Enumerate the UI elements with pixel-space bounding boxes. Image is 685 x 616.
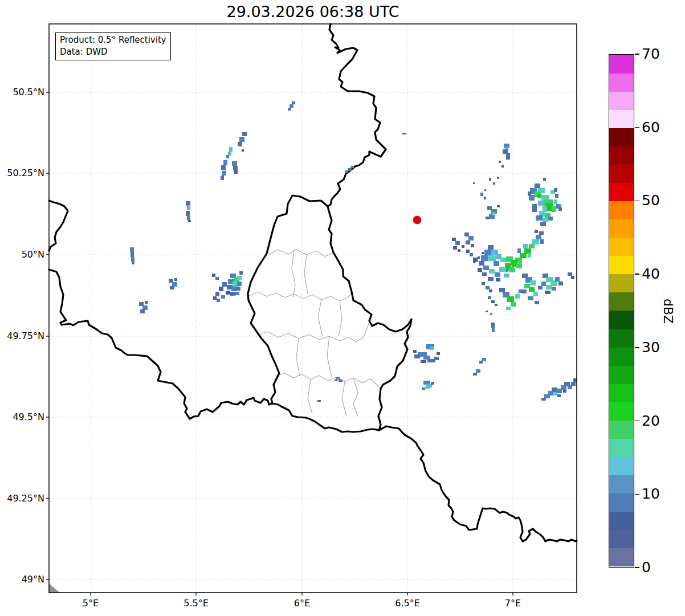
radar-echo-cell [226, 155, 229, 158]
radar-echo-cell [221, 295, 225, 299]
radar-echo-cell [348, 168, 352, 171]
radar-echo-cell [339, 380, 343, 382]
radar-echo-cell [506, 307, 511, 310]
radar-echo-cell [464, 232, 469, 236]
radar-echo-cell [530, 280, 536, 285]
radar-echo-cell [230, 292, 235, 296]
radar-echo-cell [458, 249, 460, 252]
district-border-path [258, 315, 372, 342]
colorbar-unit-label: dBZ [659, 288, 676, 334]
district-border-path [304, 255, 308, 294]
x-tick-label: 6.5°E [382, 597, 433, 610]
radar-echo-cell [554, 188, 557, 192]
y-tick-label: 49.5°N [0, 411, 44, 423]
radar-echo-cell [543, 178, 546, 181]
colorbar-band [609, 256, 634, 275]
colorbar-band [609, 512, 634, 531]
colorbar-band [609, 493, 634, 512]
radar-echo-cell [217, 299, 220, 302]
radar-echo-cell [528, 191, 531, 196]
radar-echo-cell [536, 235, 541, 239]
colorbar-band [609, 274, 634, 293]
district-border-path [327, 336, 332, 377]
data-source-line: Data: DWD [60, 46, 166, 58]
radar-echo-cell [222, 171, 226, 176]
district-border-path [339, 301, 342, 336]
colorbar-band [609, 384, 634, 402]
radar-echo-cell [540, 239, 544, 244]
radar-echo-cell [500, 258, 506, 262]
radar-echo-cell [482, 252, 484, 254]
colorbar-tick-label: 50 [642, 192, 660, 209]
plot-frame [49, 24, 577, 593]
radar-echo-cell [232, 161, 237, 166]
radar-map-figure: 29.03.2026 06:38 UTC 50.5°N50.25°N50°N49… [0, 0, 685, 616]
radar-echo-cell [221, 176, 224, 180]
radar-echo-cell [242, 132, 247, 136]
colorbar-tick-mark [635, 127, 639, 128]
radar-echo-cell [235, 292, 239, 295]
radar-echo-cell [290, 104, 293, 108]
district-border-path [353, 378, 358, 416]
radar-echo-cell [486, 311, 488, 312]
radar-echo-cell [535, 183, 540, 188]
colorbar-band [609, 128, 634, 146]
radar-echo-cell [517, 248, 521, 253]
district-border-path [248, 292, 352, 301]
radar-echo-cell [431, 382, 434, 385]
radar-echo-cell [524, 248, 531, 254]
radar-echo-cell [571, 382, 576, 386]
radar-echo-cell [479, 261, 484, 266]
radar-echo-cell [350, 166, 354, 168]
radar-echo-cell [499, 267, 506, 272]
radar-echo-cell [169, 279, 173, 283]
radar-echo-cell [532, 239, 539, 244]
radar-echo-cell [481, 255, 488, 261]
radar-echo-cell [499, 161, 501, 163]
radar-echo-cell [554, 199, 557, 204]
radar-echo-cell [523, 244, 528, 248]
x-tick-label: 7°E [487, 597, 539, 610]
radar-echo-cell [187, 216, 190, 221]
radar-echo-cell [490, 313, 492, 315]
colorbar-tick-mark [635, 201, 639, 202]
radar-echo-cell [555, 194, 558, 198]
radar-echo-cell [453, 246, 457, 250]
colorbar-band [609, 548, 634, 567]
district-border-path [268, 250, 340, 262]
radar-echo-cell [471, 244, 474, 247]
radar-echo-cell [434, 357, 439, 360]
radar-echo-cell [563, 390, 566, 393]
radar-echo-cell [484, 189, 486, 191]
radar-echo-cell [533, 292, 538, 296]
colorbar-band [609, 55, 634, 74]
radar-echo-cell [468, 236, 474, 240]
radar-echo-cell [222, 282, 227, 287]
radar-echo-cell [478, 268, 482, 272]
radar-echo-cell [558, 282, 563, 285]
radar-echo-cell [568, 385, 572, 389]
radar-echo-cell [186, 211, 190, 216]
y-tick-label: 50.25°N [0, 167, 44, 180]
colorbar-tick-label: 60 [642, 119, 660, 136]
radar-echo-cell [145, 301, 148, 304]
colorbar-band [609, 183, 634, 202]
radar-echo-cell [488, 277, 494, 281]
colorbar-tick-label: 40 [642, 266, 660, 283]
radar-echo-cell [548, 217, 553, 221]
radar-echo-cell [473, 258, 478, 262]
national-border-path [49, 201, 68, 251]
colorbar [609, 54, 634, 568]
radar-echo-cell [229, 147, 233, 152]
radar-echo-cell [489, 269, 495, 274]
colorbar-tick-mark [635, 274, 639, 275]
radar-echo-cell [573, 378, 577, 382]
colorbar-band [609, 329, 634, 348]
colorbar-band [609, 146, 634, 165]
radar-echo-cell [170, 286, 174, 289]
radar-echo-cell [478, 256, 480, 259]
radar-echo-cell [528, 296, 533, 300]
radar-echo-cell [466, 240, 470, 244]
colorbar-band [609, 292, 634, 311]
radar-echo-cell [288, 108, 291, 111]
